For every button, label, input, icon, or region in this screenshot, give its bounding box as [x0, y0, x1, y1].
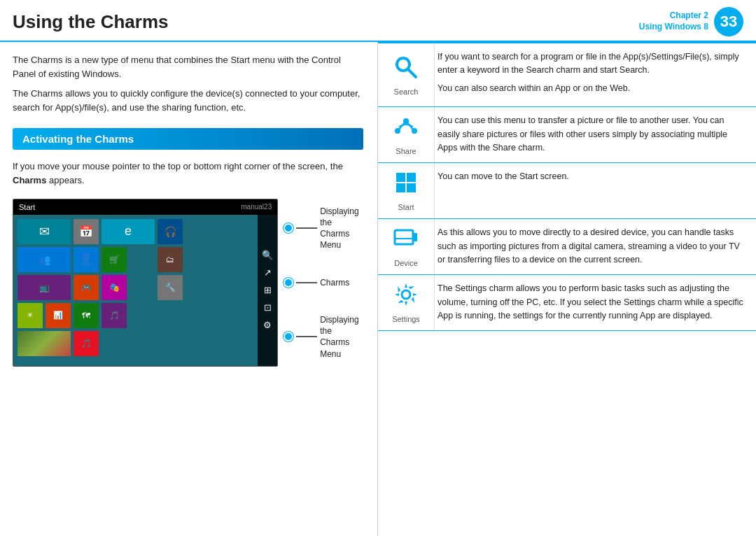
tiles-col-2: 📅 👤 🎮 🗺 🎵 — [74, 219, 99, 362]
callout-line-bottom — [296, 336, 317, 337]
screen-charm-search-icon: 🔍 — [262, 250, 273, 260]
screen-charm-settings-icon: ⚙ — [263, 320, 272, 330]
main-content: The Charms is a new type of menu that co… — [0, 42, 756, 536]
charm-text-share: You can use this menu to transfer a pict… — [434, 107, 756, 162]
charm-icon-cell-start: Start — [378, 163, 434, 218]
win8-taskbar: Start manual23 — [13, 199, 277, 215]
svg-rect-9 — [396, 183, 405, 192]
charms-description: If you move your mouse pointer to the to… — [13, 160, 363, 188]
screen-user: manual23 — [241, 203, 272, 211]
svg-point-14 — [402, 290, 410, 299]
tile: ✉ — [18, 219, 71, 244]
tile-wide-photo — [18, 331, 71, 356]
device-icon — [393, 226, 419, 256]
callout-label-top: Displaying the Charms Menu — [317, 206, 363, 251]
callouts-container: Displaying the Charms Menu Charms Displa… — [284, 199, 363, 367]
svg-line-1 — [408, 69, 416, 77]
charm-text-search: If you want to search for a program or f… — [434, 43, 756, 106]
callout-label-bottom: Displaying the Charms Menu — [317, 314, 363, 360]
charm-icon-cell-share: Share — [378, 107, 434, 162]
screen-illustration: Start manual23 ✉ 👥 📺 — [13, 199, 363, 367]
tile: 🎭 — [102, 275, 127, 300]
search-label: Search — [394, 87, 419, 96]
tile: 🛒 — [102, 247, 127, 272]
tile: ☀ — [18, 303, 43, 328]
callout-top: Displaying the Charms Menu — [284, 206, 363, 251]
tile: 🎵 — [74, 331, 99, 356]
screen-title: Start — [19, 203, 35, 211]
charm-row-share: Share You can use this menu to transfer … — [378, 107, 756, 163]
charm-row-device: Device As this allows you to move direct… — [378, 219, 756, 275]
start-icon — [393, 170, 419, 200]
tile: 👥 — [18, 247, 71, 272]
chapter-info: Chapter 2 Using Windows 8 33 — [639, 7, 743, 36]
tile: 🗂 — [158, 247, 183, 272]
tile: 👤 — [74, 247, 99, 272]
callout-line-middle — [296, 282, 317, 283]
screen-charm-start-icon: ⊞ — [264, 285, 272, 295]
tile: 🔧 — [158, 275, 183, 300]
callout-label-middle: Charms — [317, 277, 349, 288]
charm-text-start: You can move to the Start screen. — [434, 163, 756, 218]
charm-text-settings: The Settings charm allows you to perform… — [434, 275, 756, 330]
start-label: Start — [398, 203, 414, 211]
charm-icon-cell-settings: Settings — [378, 275, 434, 330]
share-label: Share — [396, 147, 416, 155]
callout-line-top — [296, 227, 317, 229]
charm-icon-cell-search: Search — [378, 43, 434, 106]
share-icon — [393, 114, 419, 144]
settings-label: Settings — [392, 315, 420, 323]
chapter-number: 33 — [714, 7, 743, 36]
tile: 🎧 — [158, 219, 183, 244]
tiles-col-3: e 🛒 🎭 🎵 — [102, 219, 155, 362]
svg-rect-10 — [407, 183, 416, 192]
callout-dot-top — [284, 223, 293, 233]
tile: e — [102, 219, 155, 244]
svg-rect-12 — [413, 233, 417, 241]
screen-charms-sidebar: 🔍 ↗ ⊞ ⊡ ⚙ — [258, 215, 277, 366]
tile: 📅 — [74, 219, 99, 244]
windows8-screen-mockup: Start manual23 ✉ 👥 📺 — [13, 199, 278, 367]
settings-icon — [393, 282, 419, 312]
svg-rect-7 — [396, 173, 405, 182]
charm-row-settings: Settings The Settings charm allows you t… — [378, 275, 756, 331]
left-column: The Charms is a new type of menu that co… — [0, 42, 378, 536]
tile: 📺 — [18, 275, 71, 300]
svg-rect-11 — [395, 230, 413, 244]
charm-row-search: Search If you want to search for a progr… — [378, 42, 756, 107]
svg-rect-8 — [407, 173, 416, 182]
tile: 📊 — [46, 303, 71, 328]
activating-section-header: Activating the Charms — [13, 128, 363, 150]
device-label: Device — [394, 259, 418, 267]
page-header: Using the Charms Chapter 2 Using Windows… — [0, 0, 756, 42]
callout-dot-bottom — [284, 332, 293, 341]
charm-rows: Search If you want to search for a progr… — [378, 42, 756, 331]
charm-row-start: Start You can move to the Start screen. — [378, 163, 756, 219]
tile: 🎵 — [102, 303, 127, 328]
tiles-col-4: 🎧 🗂 🔧 — [158, 219, 183, 362]
callout-middle: Charms — [284, 277, 363, 288]
screen-charm-device-icon: ⊡ — [264, 302, 272, 313]
search-icon — [393, 55, 419, 85]
page-title: Using the Charms — [13, 11, 169, 33]
screen-charm-share-icon: ↗ — [264, 267, 272, 278]
chapter-label: Chapter 2 Using Windows 8 — [639, 10, 708, 32]
intro-text: The Charms is a new type of menu that co… — [13, 53, 363, 115]
right-column: Search If you want to search for a progr… — [378, 42, 756, 536]
charm-text-device: As this allows you to move directly to a… — [434, 219, 756, 274]
tiles-col-1: ✉ 👥 📺 ☀ 📊 — [18, 219, 71, 362]
charm-icon-cell-device: Device — [378, 219, 434, 274]
tile: 🗺 — [74, 303, 99, 328]
tile: 🎮 — [74, 275, 99, 300]
callout-bottom: Displaying the Charms Menu — [284, 314, 363, 360]
callout-dot-middle — [284, 278, 293, 288]
